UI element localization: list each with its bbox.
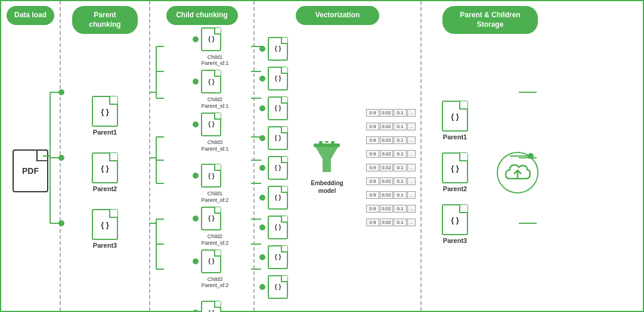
storage-parent2-curly: { } [451, 164, 459, 173]
child-group-1: { } Child1Parent_id:1 { } Child2Parent_i… [193, 27, 228, 152]
parent-item-3: { } Parent3 [92, 209, 118, 249]
vec-doc-8: { } [259, 245, 288, 269]
child2-3-curly: { } [208, 258, 215, 264]
vec-array-5: 0.9 0.02 0.1 ... [366, 164, 416, 171]
stage-storage-header: Parent & Children Storage [442, 6, 538, 34]
child-dot-2-1 [193, 173, 199, 179]
pdf-label: PDF [22, 166, 39, 176]
vec-doc-icon-8: { } [268, 245, 288, 269]
storage-parent-1: { } Parent1 [442, 101, 468, 141]
parent2-label: Parent2 [93, 185, 117, 192]
pdf-file-icon: PDF [13, 149, 48, 192]
cloud-storage-icon [497, 152, 538, 194]
child1-3-label: Child3Parent_id:1 [201, 139, 228, 152]
embedding-model: Embedding model [311, 141, 343, 195]
child-row-2-1: { } [193, 164, 228, 188]
vec-doc-7: { } [259, 216, 288, 239]
diagram-wrapper: Data load PDF Parent chunking { } [0, 0, 644, 312]
parent2-curly: { } [101, 164, 109, 173]
storage-parent2-label: Parent2 [443, 185, 467, 192]
vec-doc-6: { } [259, 186, 288, 210]
child2-3-doc: { } [201, 249, 221, 273]
child2-1-label: Child1Parent_id:2 [201, 191, 228, 204]
vec-doc-list: { } { } { } { } [259, 37, 288, 299]
vec-doc-4: { } [259, 126, 288, 150]
vec-array-4: 0.9 0.02 0.1 ... [366, 150, 416, 158]
storage-parent-3: { } Parent3 [442, 204, 468, 244]
funnel-icon [312, 141, 342, 177]
child-row-1-3: { } [193, 113, 228, 136]
storage-parent1-label: Parent1 [443, 133, 467, 141]
child2-2-label: Child2Parent_id:2 [201, 233, 228, 247]
pdf-icon: PDF [13, 143, 48, 192]
child1-2-curly: { } [208, 79, 215, 85]
vec-doc-3: { } [259, 96, 288, 120]
parent2-doc-icon: { } [92, 152, 118, 183]
child3-1-doc: { } [201, 301, 221, 312]
storage-parent2-doc: { } [442, 152, 468, 183]
svg-rect-1 [314, 143, 340, 147]
stage-child-chunking: Child chunking { } Child1Parent_id:1 [150, 1, 255, 311]
vec-doc-icon-4: { } [268, 126, 288, 150]
child2-2-doc: { } [201, 207, 221, 230]
child1-3-doc: { } [201, 113, 221, 136]
child-row-1-2: { } [193, 70, 228, 93]
child-dot-2-3 [193, 258, 199, 264]
vec-doc-2: { } [259, 67, 288, 91]
vec-doc-icon-3: { } [268, 96, 288, 120]
stage-vectorization-header: Vectorization [296, 6, 379, 25]
child-dot-1-1 [193, 36, 199, 42]
vec-doc-5: { } [259, 156, 288, 180]
storage-parent1-curly: { } [451, 112, 459, 121]
storage-parent3-curly: { } [451, 216, 459, 224]
child-group-3: { } Child1Parent_id:3 { } Child2Parent_i… [193, 301, 228, 312]
stage-parent-chunking: Parent chunking { } Parent1 { } Parent2 [61, 1, 150, 311]
vec-dot-1 [259, 46, 265, 52]
child1-3-curly: { } [208, 121, 215, 127]
child-row-2-3: { } [193, 249, 228, 273]
stage-dataload-content: PDF [1, 25, 60, 311]
stage-parent-header: Parent chunking [72, 6, 138, 34]
child-row-3-1: { } [193, 301, 228, 312]
vec-dot-7 [259, 224, 265, 230]
vec-doc-icon-2: { } [268, 67, 288, 91]
child-dot-3-1 [193, 310, 199, 312]
parent1-curly: { } [101, 107, 109, 116]
storage-parent-list: { } Parent1 { } Parent2 { } [442, 101, 468, 244]
parent3-curly: { } [101, 220, 109, 229]
stage-child-content: { } Child1Parent_id:1 { } Child2Parent_i… [150, 25, 253, 312]
child1-1-curly: { } [208, 36, 215, 42]
vec-arrays: 0.9 0.02 0.1 ... 0.9 0.02 0.1 ... 0. [366, 109, 416, 226]
parent3-doc-icon: { } [92, 209, 118, 240]
child-row-1-1: { } [193, 27, 228, 51]
vec-doc-icon-1: { } [268, 37, 288, 61]
vec-doc-icon-5: { } [268, 156, 288, 180]
child-dot-1-2 [193, 79, 199, 85]
child-items: { } Child1Parent_id:1 { } Child2Parent_i… [193, 27, 228, 312]
vec-array-8: 0.9 0.02 0.1 ... [366, 205, 416, 213]
child2-2-curly: { } [208, 215, 215, 221]
child3-1-curly: { } [208, 310, 215, 312]
stage-parent-content: { } Parent1 { } Parent2 { } [61, 34, 149, 311]
vec-dot-9 [259, 284, 265, 290]
child2-1-doc: { } [201, 164, 221, 188]
vec-dot-3 [259, 105, 265, 111]
child1-2-doc: { } [201, 70, 221, 93]
parent3-label: Parent3 [93, 242, 117, 249]
cloud-circle-icon [497, 152, 538, 194]
child-dot-2-2 [193, 216, 199, 221]
child2-1-curly: { } [208, 173, 215, 179]
vec-array-7: 0.9 0.02 0.1 ... [366, 191, 416, 199]
child1-1-doc: { } [201, 27, 221, 51]
child1-2-label: Child2Parent_id:1 [201, 96, 228, 110]
vec-doc-icon-6: { } [268, 186, 288, 210]
storage-parent3-label: Parent3 [443, 237, 467, 244]
parent1-doc-icon: { } [92, 96, 118, 127]
vec-dot-5 [259, 165, 265, 171]
stage-storage-content: { } Parent1 { } Parent2 { } [422, 34, 559, 311]
vec-doc-9: { } [259, 275, 288, 299]
child2-3-label: Child3Parent_id:2 [201, 276, 228, 289]
vec-dot-2 [259, 76, 265, 82]
parent1-label: Parent1 [93, 129, 117, 136]
child1-1-label: Child1Parent_id:1 [201, 54, 228, 67]
